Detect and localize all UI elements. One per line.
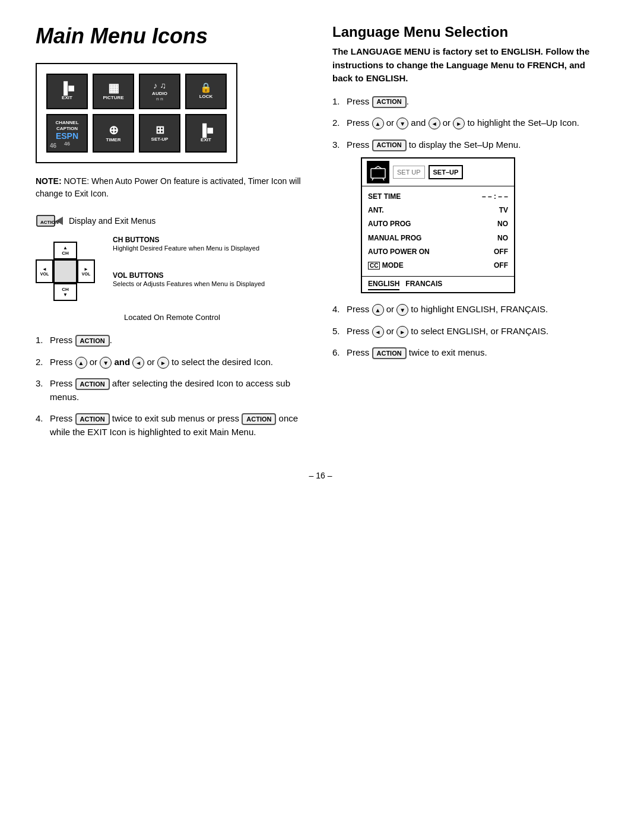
lang-instruction-5: Press ◄ or ► to select ENGLISH, or FRANÇ… [332, 325, 605, 338]
ch-buttons-title: CH BUTTONS [113, 236, 265, 244]
and-text: and [114, 357, 130, 367]
channel-caption-label: CHANNEL CAPTION [55, 120, 78, 131]
vol-left-icon-2: ◄ [132, 357, 144, 369]
setup-icon [367, 161, 389, 183]
instruction-3: Press ACTION after selecting the desired… [36, 377, 309, 404]
picture-label: PICTURE [103, 95, 123, 101]
button-labels: CH BUTTONS Highlight Desired Feature whe… [113, 236, 265, 289]
display-exit-diagram: ACTION Display and Exit Menus [36, 212, 309, 230]
action-btn-4a: ACTION [75, 413, 110, 425]
display-exit-label: Display and Exit Menus [69, 216, 156, 226]
setup-menu-rows: SET TIME – – : – – ANT. TV AUTO PROG NO [362, 186, 514, 276]
footer-english: ENGLISH [368, 278, 399, 290]
lock-label: LOCK [199, 94, 213, 100]
setup-row-manualprog: MANUAL PROG NO [362, 232, 514, 245]
audio-symbol: ♪ ♫ [153, 81, 166, 90]
autopoweron-value: OFF [494, 246, 508, 258]
lang-vol-left-2: ◄ [429, 118, 440, 129]
setup-row-autoprog: AUTO PROG NO [362, 217, 514, 231]
timer-label: TIMER [106, 137, 121, 143]
lang-ch-up-4: ▲ [372, 304, 384, 316]
icon-exit2: ▐■ EXIT [185, 114, 227, 153]
icon-grid: ▐■ EXIT ▦ PICTURE ♪ ♫ AUDIO n n 🔒 LOCK [46, 74, 227, 153]
vol-buttons-desc: Selects or Adjusts Features when Menu is… [113, 280, 265, 289]
timer-symbol: ⊕ [109, 124, 119, 136]
action-btn-4b: ACTION [242, 413, 276, 425]
lang-instruction-6: Press ACTION twice to exit menus. [332, 346, 605, 360]
lang-vol-right-2: ► [453, 118, 465, 129]
setup-menu-footer: ENGLISH FRANCAIS [362, 276, 514, 292]
d-pad: ▲ CH ◄ VOL ► VOL CH ▼ [36, 242, 95, 301]
vol-right-button: ► VOL [77, 259, 95, 283]
tv-icon [370, 164, 386, 180]
instructions-list: Press ACTION. Press ▲ or ▼ and ◄ or ► to… [36, 334, 309, 439]
ch-up-icon-2: ▲ [75, 357, 87, 369]
lang-instruction-2: Press ▲ or ▼ and ◄ or ► to highlight the… [332, 116, 605, 130]
action-icon-container: ACTION Display and Exit Menus [36, 212, 156, 230]
setup-menu-box: SET UP SET–UP SET TIME – – : – – ANT. [361, 157, 515, 293]
instruction-1: Press ACTION. [36, 334, 309, 347]
vol-left-button: ◄ VOL [36, 259, 53, 283]
dpad-container: ▲ CH ◄ VOL ► VOL CH ▼ [36, 236, 309, 301]
picture-symbol: ▦ [108, 82, 119, 94]
action-arrow-icon: ACTION [36, 212, 65, 230]
d-pad-center [53, 259, 77, 283]
icon-setup: ⊞ SET-UP [139, 114, 180, 153]
ccmode-label: CC MODE [368, 260, 404, 271]
page-title: Main Menu Icons [36, 24, 309, 49]
vol-right-icon-2: ► [157, 357, 169, 369]
svg-rect-3 [371, 169, 385, 178]
lang-instructions-list: Press ACTION. Press ▲ or ▼ and ◄ or ► to… [332, 95, 605, 360]
right-column: Language Menu Selection The LANGUAGE MEN… [332, 24, 605, 447]
setup-tab-selected: SET–UP [429, 165, 464, 180]
setup-menu-header: SET UP SET–UP [362, 159, 514, 186]
ch-buttons-label: CH BUTTONS Highlight Desired Feature whe… [113, 236, 265, 253]
exit-label: EXIT [62, 95, 72, 101]
ch-down-button: CH ▼ [53, 283, 77, 301]
icon-channel-caption: CHANNEL CAPTION 46 ESPN 46 [46, 114, 88, 153]
lang-ch-down-4: ▼ [396, 304, 408, 316]
ant-label: ANT. [368, 205, 384, 216]
footer-francais: FRANCAIS [405, 278, 442, 290]
vol-buttons-title: VOL BUTTONS [113, 271, 265, 280]
channel-number: 46 [50, 142, 56, 149]
note-bold: NOTE: [36, 176, 62, 186]
lang-vol-left-5: ◄ [372, 326, 384, 338]
vol-buttons-label: VOL BUTTONS Selects or Adjusts Features … [113, 271, 265, 289]
setup-symbol: ⊞ [156, 125, 164, 135]
instruction-2: Press ▲ or ▼ and ◄ or ► to select the de… [36, 356, 309, 369]
icon-lock: 🔒 LOCK [185, 74, 227, 109]
lang-instruction-1: Press ACTION. [332, 95, 605, 109]
audio-label: AUDIO [152, 91, 167, 97]
page-layout: Main Menu Icons ▐■ EXIT ▦ PICTURE ♪ ♫ AU… [36, 24, 605, 447]
language-intro: The LANGUAGE MENU is factory set to ENGL… [332, 45, 605, 85]
lang-ch-down-2: ▼ [396, 118, 408, 129]
icon-audio: ♪ ♫ AUDIO n n [139, 74, 180, 109]
lang-instruction-4: Press ▲ or ▼ to highlight ENGLISH, FRANÇ… [332, 303, 605, 316]
exit-symbol: ▐■ [59, 82, 75, 94]
lock-symbol: 🔒 [200, 83, 212, 93]
ch-buttons-desc: Highlight Desired Feature when Menu is D… [113, 244, 265, 253]
settime-label: SET TIME [368, 191, 401, 202]
setup-tab-unselected: SET UP [393, 166, 425, 179]
icon-exit: ▐■ EXIT [46, 74, 88, 109]
manualprog-label: MANUAL PROG [368, 233, 421, 244]
ccmode-value: OFF [494, 260, 508, 271]
located-text: Located On Remote Control [36, 313, 309, 322]
note-content: NOTE: When Auto Power On feature is acti… [36, 176, 301, 198]
lang-vol-right-5: ► [396, 326, 408, 338]
setup-row-ant: ANT. TV [362, 204, 514, 217]
action-btn-1: ACTION [75, 335, 110, 347]
instruction-4: Press ACTION twice to exit sub menus or … [36, 412, 309, 439]
menu-icons-box: ▐■ EXIT ▦ PICTURE ♪ ♫ AUDIO n n 🔒 LOCK [36, 63, 237, 163]
left-column: Main Menu Icons ▐■ EXIT ▦ PICTURE ♪ ♫ AU… [36, 24, 309, 447]
setup-row-settime: SET TIME – – : – – [362, 190, 514, 204]
lang-action-btn-3: ACTION [372, 140, 407, 151]
setup-label: SET-UP [151, 137, 169, 142]
autoprog-label: AUTO PROG [368, 218, 411, 230]
svg-text:ACTION: ACTION [40, 220, 59, 225]
exit2-symbol: ▐■ [198, 124, 214, 136]
settime-value: – – : – – [482, 191, 508, 202]
lang-ch-up-2: ▲ [372, 118, 384, 129]
lang-instruction-3: Press ACTION to display the Set–Up Menu. [332, 138, 605, 294]
